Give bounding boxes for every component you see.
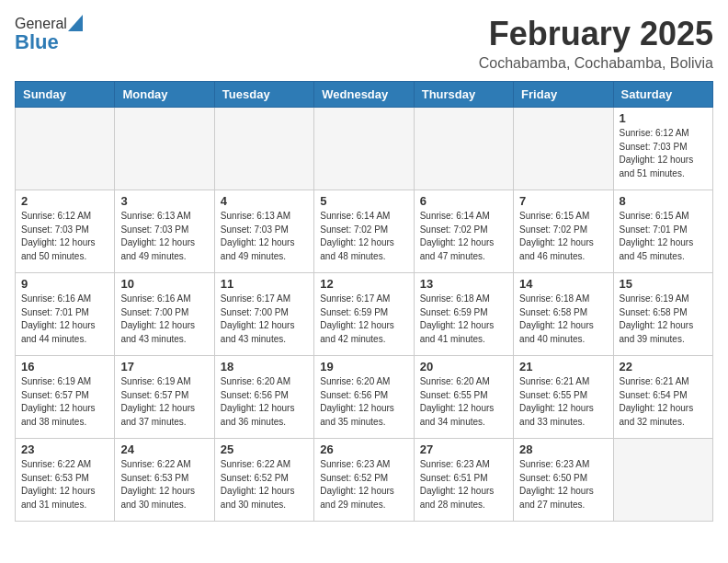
calendar-day-cell: 14Sunrise: 6:18 AM Sunset: 6:58 PM Dayli… — [514, 273, 613, 356]
calendar-day-cell: 9Sunrise: 6:16 AM Sunset: 7:01 PM Daylig… — [16, 273, 115, 356]
day-number: 28 — [519, 442, 607, 456]
logo-general-text: General — [15, 16, 67, 32]
day-number: 21 — [519, 360, 607, 373]
day-info: Sunrise: 6:21 AM Sunset: 6:54 PM Dayligh… — [620, 375, 707, 429]
day-number: 19 — [320, 360, 407, 373]
calendar-day-cell: 27Sunrise: 6:23 AM Sunset: 6:51 PM Dayli… — [414, 439, 513, 522]
calendar-header-row: SundayMondayTuesdayWednesdayThursdayFrid… — [16, 82, 713, 108]
calendar-day-cell: 8Sunrise: 6:15 AM Sunset: 7:01 PM Daylig… — [613, 190, 712, 273]
day-info: Sunrise: 6:23 AM Sunset: 6:52 PM Dayligh… — [320, 458, 407, 511]
day-of-week-header: Friday — [514, 82, 613, 108]
day-of-week-header: Wednesday — [314, 82, 414, 108]
calendar-day-cell — [214, 108, 313, 190]
day-of-week-header: Thursday — [414, 82, 513, 108]
calendar-day-cell: 25Sunrise: 6:22 AM Sunset: 6:52 PM Dayli… — [214, 439, 313, 522]
day-number: 22 — [620, 360, 707, 373]
day-number: 4 — [221, 194, 308, 208]
day-info: Sunrise: 6:12 AM Sunset: 7:03 PM Dayligh… — [21, 210, 108, 263]
calendar-day-cell: 15Sunrise: 6:19 AM Sunset: 6:58 PM Dayli… — [613, 273, 712, 356]
day-info: Sunrise: 6:18 AM Sunset: 6:58 PM Dayligh… — [519, 293, 607, 346]
day-number: 20 — [420, 360, 507, 373]
day-info: Sunrise: 6:19 AM Sunset: 6:58 PM Dayligh… — [620, 293, 707, 346]
month-title: February 2025 — [479, 15, 713, 53]
calendar-day-cell: 21Sunrise: 6:21 AM Sunset: 6:55 PM Dayli… — [514, 356, 613, 439]
calendar-week-row: 9Sunrise: 6:16 AM Sunset: 7:01 PM Daylig… — [16, 273, 713, 356]
logo-blue-icon — [68, 15, 83, 31]
calendar-day-cell — [16, 108, 115, 190]
calendar-table: SundayMondayTuesdayWednesdayThursdayFrid… — [15, 81, 713, 522]
day-number: 6 — [420, 194, 507, 208]
location-title: Cochabamba, Cochabamba, Bolivia — [479, 55, 713, 72]
day-info: Sunrise: 6:13 AM Sunset: 7:03 PM Dayligh… — [120, 210, 208, 263]
calendar-day-cell: 1Sunrise: 6:12 AM Sunset: 7:03 PM Daylig… — [613, 108, 712, 190]
calendar-day-cell: 2Sunrise: 6:12 AM Sunset: 7:03 PM Daylig… — [16, 190, 115, 273]
day-info: Sunrise: 6:14 AM Sunset: 7:02 PM Dayligh… — [320, 210, 407, 263]
calendar-day-cell: 16Sunrise: 6:19 AM Sunset: 6:57 PM Dayli… — [16, 356, 115, 439]
calendar-day-cell: 23Sunrise: 6:22 AM Sunset: 6:53 PM Dayli… — [16, 439, 115, 522]
day-info: Sunrise: 6:16 AM Sunset: 7:00 PM Dayligh… — [120, 293, 208, 346]
day-number: 16 — [21, 360, 108, 373]
calendar-day-cell — [314, 108, 414, 190]
calendar-week-row: 23Sunrise: 6:22 AM Sunset: 6:53 PM Dayli… — [16, 439, 713, 522]
page-header: General Blue February 2025 Cochabamba, C… — [15, 15, 713, 72]
day-info: Sunrise: 6:22 AM Sunset: 6:52 PM Dayligh… — [221, 458, 308, 511]
day-number: 14 — [519, 277, 607, 291]
calendar-day-cell — [613, 439, 712, 522]
calendar-week-row: 1Sunrise: 6:12 AM Sunset: 7:03 PM Daylig… — [16, 108, 713, 190]
day-info: Sunrise: 6:13 AM Sunset: 7:03 PM Dayligh… — [221, 210, 308, 263]
day-number: 13 — [420, 277, 507, 291]
day-number: 8 — [620, 194, 707, 208]
day-number: 26 — [320, 442, 407, 456]
day-number: 11 — [221, 277, 308, 291]
title-area: February 2025 Cochabamba, Cochabamba, Bo… — [479, 15, 713, 72]
calendar-day-cell: 7Sunrise: 6:15 AM Sunset: 7:02 PM Daylig… — [514, 190, 613, 273]
day-of-week-header: Sunday — [16, 82, 115, 108]
day-number: 9 — [21, 277, 108, 291]
calendar-day-cell: 6Sunrise: 6:14 AM Sunset: 7:02 PM Daylig… — [414, 190, 513, 273]
calendar-day-cell — [414, 108, 513, 190]
day-info: Sunrise: 6:19 AM Sunset: 6:57 PM Dayligh… — [120, 375, 208, 429]
calendar-day-cell: 17Sunrise: 6:19 AM Sunset: 6:57 PM Dayli… — [115, 356, 214, 439]
day-info: Sunrise: 6:12 AM Sunset: 7:03 PM Dayligh… — [620, 127, 707, 180]
calendar-day-cell: 18Sunrise: 6:20 AM Sunset: 6:56 PM Dayli… — [214, 356, 313, 439]
day-number: 17 — [120, 360, 208, 373]
calendar-week-row: 16Sunrise: 6:19 AM Sunset: 6:57 PM Dayli… — [16, 356, 713, 439]
day-info: Sunrise: 6:16 AM Sunset: 7:01 PM Dayligh… — [21, 293, 108, 346]
day-info: Sunrise: 6:22 AM Sunset: 6:53 PM Dayligh… — [21, 458, 108, 511]
svg-marker-0 — [68, 15, 83, 31]
day-info: Sunrise: 6:15 AM Sunset: 7:02 PM Dayligh… — [519, 210, 607, 263]
day-number: 2 — [21, 194, 108, 208]
calendar-day-cell — [115, 108, 214, 190]
day-number: 5 — [320, 194, 407, 208]
day-number: 24 — [120, 442, 208, 456]
day-info: Sunrise: 6:20 AM Sunset: 6:55 PM Dayligh… — [420, 375, 507, 429]
calendar-day-cell: 10Sunrise: 6:16 AM Sunset: 7:00 PM Dayli… — [115, 273, 214, 356]
day-info: Sunrise: 6:20 AM Sunset: 6:56 PM Dayligh… — [221, 375, 308, 429]
day-number: 10 — [120, 277, 208, 291]
calendar-day-cell: 13Sunrise: 6:18 AM Sunset: 6:59 PM Dayli… — [414, 273, 513, 356]
day-info: Sunrise: 6:17 AM Sunset: 6:59 PM Dayligh… — [320, 293, 407, 346]
day-number: 18 — [221, 360, 308, 373]
day-info: Sunrise: 6:23 AM Sunset: 6:51 PM Dayligh… — [420, 458, 507, 511]
day-of-week-header: Tuesday — [214, 82, 313, 108]
calendar-day-cell: 22Sunrise: 6:21 AM Sunset: 6:54 PM Dayli… — [613, 356, 712, 439]
day-number: 25 — [221, 442, 308, 456]
calendar-day-cell: 5Sunrise: 6:14 AM Sunset: 7:02 PM Daylig… — [314, 190, 414, 273]
day-number: 12 — [320, 277, 407, 291]
day-of-week-header: Monday — [115, 82, 214, 108]
calendar-day-cell: 28Sunrise: 6:23 AM Sunset: 6:50 PM Dayli… — [514, 439, 613, 522]
day-number: 7 — [519, 194, 607, 208]
day-info: Sunrise: 6:19 AM Sunset: 6:57 PM Dayligh… — [21, 375, 108, 429]
day-info: Sunrise: 6:21 AM Sunset: 6:55 PM Dayligh… — [519, 375, 607, 429]
calendar-week-row: 2Sunrise: 6:12 AM Sunset: 7:03 PM Daylig… — [16, 190, 713, 273]
calendar-day-cell: 12Sunrise: 6:17 AM Sunset: 6:59 PM Dayli… — [314, 273, 414, 356]
calendar-day-cell: 24Sunrise: 6:22 AM Sunset: 6:53 PM Dayli… — [115, 439, 214, 522]
day-info: Sunrise: 6:15 AM Sunset: 7:01 PM Dayligh… — [620, 210, 707, 263]
day-number: 3 — [120, 194, 208, 208]
calendar-day-cell: 3Sunrise: 6:13 AM Sunset: 7:03 PM Daylig… — [115, 190, 214, 273]
day-number: 23 — [21, 442, 108, 456]
calendar-day-cell: 20Sunrise: 6:20 AM Sunset: 6:55 PM Dayli… — [414, 356, 513, 439]
logo-blue-text: Blue — [15, 30, 59, 54]
day-info: Sunrise: 6:20 AM Sunset: 6:56 PM Dayligh… — [320, 375, 407, 429]
calendar-day-cell: 4Sunrise: 6:13 AM Sunset: 7:03 PM Daylig… — [214, 190, 313, 273]
